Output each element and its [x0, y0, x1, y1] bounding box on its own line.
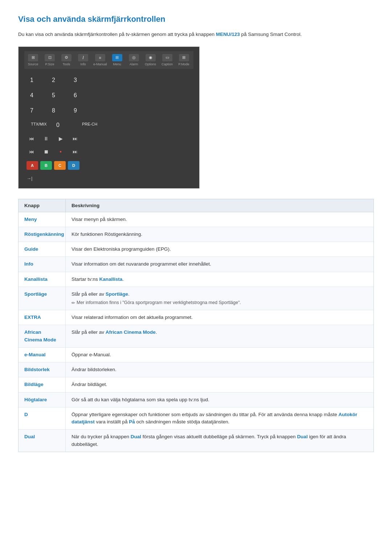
remote-info-btn: I Info [77, 54, 90, 66]
key-kanallista: Kanallista [24, 276, 48, 282]
desc-bildlage: Ändrar bildläget. [66, 377, 374, 392]
key-hogtalare: Högtalare [24, 397, 47, 402]
table-row: Bildstorlek Ändrar bildstorleken. [19, 362, 374, 377]
key-info: Info [24, 261, 33, 267]
desc-info: Visar information om det nuvarande progr… [66, 257, 374, 272]
record-btn: ● [56, 148, 66, 155]
arrow-icon: →| [26, 176, 32, 181]
remote-psize-btn: ⊡ P.Size [43, 54, 56, 66]
remote-arrow-row: →| [24, 173, 193, 184]
play-btn: ▶ [56, 135, 66, 142]
header-key: Knapp [19, 199, 66, 212]
desc-d: Öppnar ytterligare egenskaper och funkti… [66, 407, 374, 430]
table-header-row: Knapp Beskrivning [19, 199, 374, 212]
remote-transport1: ⏮ ⏸ ▶ ⏭ [24, 132, 193, 145]
remote-special-row: TTX/MIX 0 PRE-CH [24, 118, 193, 132]
key-sportlage: Sportläge [24, 291, 47, 297]
desc-african-cinema-mode: Slår på eller av African Cinema Mode. [66, 325, 374, 348]
color-a-btn: A [26, 161, 38, 170]
num-3: 3 [68, 73, 90, 88]
num-8: 8 [46, 103, 68, 118]
fastforward-btn: ⏭ [70, 135, 80, 142]
remote-0: 0 [53, 118, 75, 132]
remote-menu-btn: ⊞ Menu [111, 54, 124, 66]
pause-btn: ⏸ [41, 135, 51, 142]
num-9: 9 [68, 103, 90, 118]
remote-options-btn: ◉ Options [144, 54, 157, 66]
num-5: 5 [46, 88, 68, 103]
desc-kanallista: Startar tv:ns Kanallista. [66, 272, 374, 287]
key-d: D [24, 412, 28, 417]
kanallista-link: Kanallista [99, 276, 123, 282]
desc-sportlage: Slår på eller av Sportläge. ✏ Mer inform… [66, 287, 374, 310]
table-row: e-Manual Öppnar e-Manual. [19, 347, 374, 362]
prev-btn: ⏮ [26, 148, 37, 155]
table-row: Sportläge Slår på eller av Sportläge. ✏ … [19, 287, 374, 310]
remote-control-image: ⊞ Source ⊡ P.Size ⚙ Tools I Info ≡ e-Man… [18, 46, 200, 189]
color-d-btn: D [68, 161, 79, 170]
desc-guide: Visar den Elektroniska programguiden (EP… [66, 242, 374, 257]
desc-rostigenkanning: Kör funktionen Röstigenkänning. [66, 227, 374, 242]
remote-source-btn: ⊞ Source [26, 54, 40, 66]
num-1: 1 [24, 73, 46, 88]
table-row: Bildläge Ändrar bildläget. [19, 377, 374, 392]
key-african-cinema-mode: African Cinema Mode [24, 329, 56, 342]
intro-text: Du kan visa och använda skärmfjärrkontro… [18, 30, 374, 38]
remote-color-buttons: A B C D [24, 158, 193, 173]
remote-numpad: 1 2 3 4 5 6 7 8 9 [24, 73, 193, 118]
remote-alarm-btn: ◎ Alarm [127, 54, 140, 66]
sportlage-link: Sportläge [106, 291, 128, 297]
num-4: 4 [24, 88, 46, 103]
table-row: EXTRA Visar relaterad information om det… [19, 310, 374, 325]
num-6: 6 [68, 88, 90, 103]
table-row: African Cinema Mode Slår på eller av Afr… [19, 325, 374, 348]
key-bildlage: Bildläge [24, 382, 44, 387]
table-row: Högtalare Gör så att du kan välja högtal… [19, 392, 374, 407]
key-bildstorlek: Bildstorlek [24, 367, 50, 372]
desc-hogtalare: Gör så att du kan välja högtalarna som s… [66, 392, 374, 407]
info-table: Knapp Beskrivning Meny Visar menyn på sk… [18, 199, 374, 452]
page-title: Visa och använda skärmfjärrkontrollen [18, 15, 374, 24]
key-extra: EXTRA [24, 315, 41, 320]
table-row: Guide Visar den Elektroniska programguid… [19, 242, 374, 257]
desc-extra: Visar relaterad information om det aktue… [66, 310, 374, 325]
table-row: Meny Visar menyn på skärmen. [19, 212, 374, 227]
color-b-btn: B [40, 161, 52, 170]
remote-tools-btn: ⚙ Tools [60, 54, 73, 66]
remote-top-row: ⊞ Source ⊡ P.Size ⚙ Tools I Info ≡ e-Man… [24, 51, 193, 69]
rewind-btn: ⏮ [26, 135, 37, 142]
desc-meny: Visar menyn på skärmen. [66, 212, 374, 227]
table-row: Info Visar information om det nuvarande … [19, 257, 374, 272]
desc-bildstorlek: Ändrar bildstorleken. [66, 362, 374, 377]
dual-link1: Dual [131, 434, 141, 439]
d-pa-link: På [129, 419, 135, 424]
remote-emanual-btn: ≡ e-Manual [93, 54, 107, 66]
key-dual: Dual [24, 434, 35, 439]
remote-pmode-btn: ⊞ P.Mode [177, 54, 191, 66]
num-2: 2 [46, 73, 68, 88]
key-emanual: e-Manual [24, 352, 46, 357]
desc-emanual: Öppnar e-Manual. [66, 347, 374, 362]
stop-btn: ⏹ [41, 148, 51, 155]
table-row: D Öppnar ytterligare egenskaper och funk… [19, 407, 374, 430]
key-meny: Meny [24, 217, 37, 222]
remote-ttxmix: TTX/MIX [24, 118, 53, 132]
table-row: Dual När du trycker på knappen Dual förs… [19, 430, 374, 452]
desc-dual: När du trycker på knappen Dual första gå… [66, 430, 374, 452]
header-description: Beskrivning [66, 199, 374, 212]
remote-prech: PRE-CH [75, 118, 104, 132]
next-btn: ⏭ [70, 148, 80, 155]
table-row: Kanallista Startar tv:ns Kanallista. [19, 272, 374, 287]
key-guide: Guide [24, 246, 38, 252]
sportlage-note: Mer information finns i "Göra sportprogr… [77, 299, 241, 306]
num-7: 7 [24, 103, 46, 118]
note-icon: ✏ [72, 300, 75, 306]
d-autokor-link: Autokör datatjänst [72, 412, 357, 424]
remote-caption-btn: ▭ Caption [161, 54, 174, 66]
acm-link: African Cinema Mode [106, 329, 156, 335]
menu-key-highlight: MENU/123 [216, 32, 240, 37]
table-row: Röstigenkänning Kör funktionen Röstigenk… [19, 227, 374, 242]
remote-transport2: ⏮ ⏹ ● ⏭ [24, 145, 193, 158]
dual-link2: Dual [297, 434, 307, 439]
color-c-btn: C [54, 161, 66, 170]
